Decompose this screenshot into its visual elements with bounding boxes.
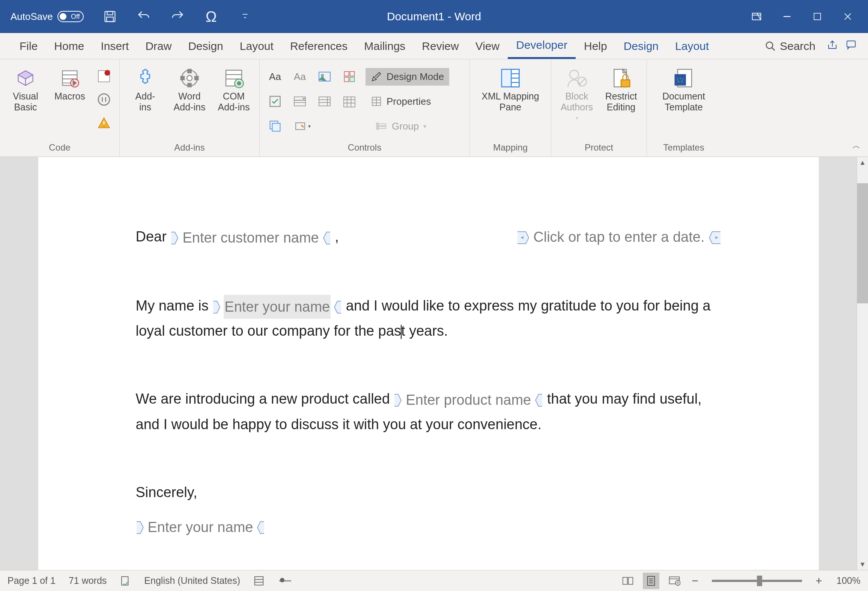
- tab-view[interactable]: View: [467, 33, 508, 59]
- document-page[interactable]: Dear Enter customer name , ◂ Click or ta…: [38, 157, 819, 570]
- autosave-toggle[interactable]: AutoSave Off: [11, 11, 84, 23]
- content-control-product-name[interactable]: Enter product name: [394, 388, 543, 412]
- status-language[interactable]: English (United States): [144, 575, 240, 586]
- tab-design[interactable]: Design: [180, 33, 231, 59]
- scroll-thumb[interactable]: [857, 183, 868, 303]
- status-track-changes-slider[interactable]: [278, 576, 293, 585]
- macros-icon: [59, 68, 80, 89]
- scroll-up-button[interactable]: ▲: [859, 157, 866, 168]
- svg-rect-5: [814, 13, 820, 20]
- svg-point-8: [766, 42, 773, 48]
- collapse-ribbon-button[interactable]: ︿: [852, 140, 860, 151]
- tab-references[interactable]: References: [282, 33, 356, 59]
- comments-icon[interactable]: [845, 39, 857, 53]
- ribbon-display-options-icon[interactable]: [750, 10, 763, 23]
- tab-insert[interactable]: Insert: [92, 33, 137, 59]
- block-authors-label: Block Authors: [561, 91, 593, 113]
- restrict-editing-button[interactable]: Restrict Editing: [602, 66, 640, 113]
- date-picker-control-button[interactable]: [341, 93, 358, 110]
- macros-label: Macros: [54, 91, 85, 102]
- svg-rect-28: [181, 76, 184, 80]
- com-addins-button[interactable]: COM Add-ins: [215, 66, 253, 113]
- tab-layout[interactable]: Layout: [232, 33, 282, 59]
- status-word-count[interactable]: 71 words: [69, 575, 107, 586]
- tab-contextual-design[interactable]: Design: [615, 33, 667, 59]
- addins-button[interactable]: Add- ins: [126, 66, 164, 113]
- undo-icon[interactable]: [136, 9, 151, 24]
- svg-line-71: [579, 78, 586, 85]
- scroll-track[interactable]: [857, 168, 868, 559]
- picture-control-button[interactable]: [316, 68, 333, 85]
- omega-icon[interactable]: Ω: [204, 9, 219, 24]
- maximize-button[interactable]: [811, 10, 824, 23]
- close-button[interactable]: [841, 10, 854, 23]
- status-page[interactable]: Page 1 of 1: [8, 575, 56, 586]
- word-addins-button[interactable]: Word Add-ins: [171, 66, 208, 113]
- svg-rect-2: [107, 17, 113, 22]
- search-box[interactable]: Search: [765, 40, 815, 53]
- read-mode-button[interactable]: [620, 573, 636, 589]
- tab-contextual-layout[interactable]: Layout: [667, 33, 717, 59]
- scroll-down-button[interactable]: ▼: [859, 559, 866, 570]
- zoom-level[interactable]: 100%: [836, 575, 860, 586]
- web-layout-button[interactable]: [666, 573, 683, 589]
- status-proofing[interactable]: [120, 575, 131, 586]
- visual-basic-label: Visual Basic: [13, 91, 38, 113]
- legacy-tools-button[interactable]: ▾: [291, 118, 314, 135]
- zoom-out-button[interactable]: −: [689, 574, 701, 587]
- design-mode-icon: [371, 71, 382, 82]
- content-control-date[interactable]: ◂ Click or tap to enter a date. ▸: [517, 225, 721, 249]
- zoom-slider[interactable]: [712, 580, 802, 582]
- macros-button[interactable]: Macros: [51, 66, 89, 102]
- svg-text:◂: ◂: [520, 234, 524, 240]
- zoom-in-button[interactable]: +: [813, 574, 824, 587]
- dropdown-control-button[interactable]: [316, 93, 333, 110]
- document-title: Document1 - Word: [387, 10, 481, 23]
- com-addins-label: COM Add-ins: [218, 91, 250, 113]
- macro-security-button[interactable]: [95, 114, 113, 131]
- com-addins-icon: [223, 68, 244, 89]
- properties-button[interactable]: Properties: [366, 93, 436, 110]
- share-icon[interactable]: [827, 39, 838, 53]
- status-macro-recording[interactable]: [253, 575, 265, 586]
- combobox-control-button[interactable]: [291, 93, 308, 110]
- plain-text-control-button[interactable]: Aa: [291, 68, 308, 85]
- xml-mapping-pane-button[interactable]: XML Mapping Pane: [477, 66, 544, 113]
- content-control-signature[interactable]: Enter your name: [136, 515, 265, 540]
- redo-icon[interactable]: [170, 9, 185, 24]
- cc-customer-name-placeholder: Enter customer name: [182, 226, 319, 250]
- group-controls-label: Controls: [266, 139, 463, 157]
- tab-file[interactable]: File: [11, 33, 46, 59]
- tab-mailings[interactable]: Mailings: [356, 33, 414, 59]
- visual-basic-icon: [15, 68, 36, 89]
- autosave-switch[interactable]: Off: [57, 11, 84, 22]
- svg-point-69: [570, 70, 578, 79]
- tab-review[interactable]: Review: [414, 33, 467, 59]
- visual-basic-button[interactable]: Visual Basic: [7, 66, 44, 113]
- restrict-editing-icon: [611, 68, 632, 89]
- document-template-button[interactable]: W Document Template: [654, 66, 714, 113]
- building-block-control-button[interactable]: [341, 68, 358, 85]
- save-icon[interactable]: [102, 9, 117, 24]
- repeating-section-control-button[interactable]: [266, 118, 284, 135]
- vertical-scrollbar[interactable]: ▲ ▼: [857, 157, 868, 570]
- text-para1-a: My name is: [136, 298, 213, 314]
- tab-draw[interactable]: Draw: [137, 33, 180, 59]
- tab-home[interactable]: Home: [46, 33, 92, 59]
- group-mapping: XML Mapping Pane Mapping: [470, 59, 551, 157]
- qat-more-icon[interactable]: [238, 9, 253, 24]
- pause-recording-button[interactable]: [95, 91, 113, 108]
- print-layout-button[interactable]: [643, 573, 659, 589]
- group-button: Group ▾: [371, 118, 432, 135]
- checkbox-control-button[interactable]: [266, 93, 284, 110]
- tab-help[interactable]: Help: [576, 33, 615, 59]
- content-control-your-name[interactable]: Enter your name: [212, 295, 342, 319]
- rich-text-control-button[interactable]: Aa: [266, 68, 284, 85]
- content-control-customer-name[interactable]: Enter customer name: [170, 226, 331, 250]
- record-macro-button[interactable]: [95, 68, 113, 85]
- design-mode-button[interactable]: Design Mode: [366, 68, 449, 86]
- zoom-slider-thumb[interactable]: [757, 576, 762, 586]
- svg-rect-79: [122, 576, 128, 585]
- minimize-button[interactable]: [780, 10, 794, 23]
- tab-developer[interactable]: Developer: [508, 33, 576, 59]
